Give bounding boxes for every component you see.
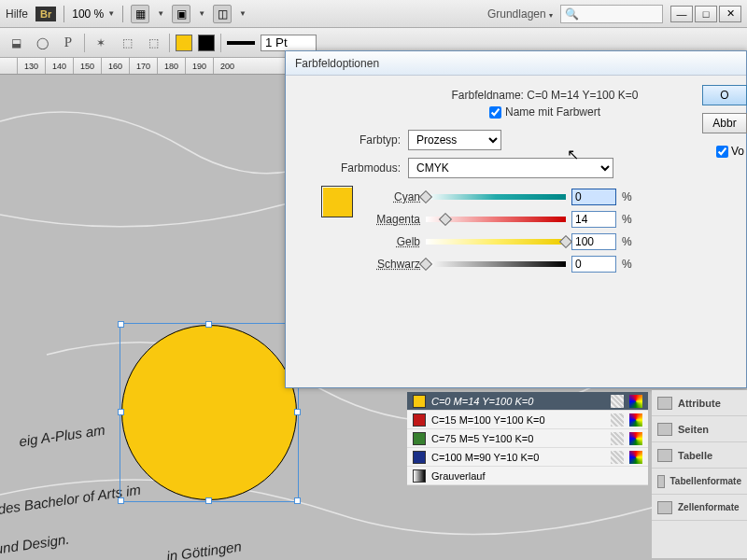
bridge-badge[interactable]: Br: [35, 7, 56, 21]
dialog-titlebar[interactable]: Farbfeldoptionen: [286, 51, 746, 76]
table-styles-icon: [657, 475, 665, 488]
black-label: Schwarz: [362, 258, 420, 271]
color-type-dropdown[interactable]: Prozess: [408, 130, 501, 150]
zoom-level[interactable]: 100 % ▼: [72, 7, 115, 21]
handle-bl[interactable]: [118, 497, 124, 504]
handle-tl[interactable]: [118, 321, 124, 328]
panel-tabellenformate[interactable]: Tabellenformate: [652, 469, 747, 495]
swatch-color-icon: [413, 413, 426, 427]
name-with-value-checkbox[interactable]: [489, 106, 501, 119]
swatch-indicator-icon: [611, 413, 624, 427]
color-mode-label: Farbmodus:: [312, 161, 401, 175]
swatch-mode-icon: [629, 432, 642, 445]
swatch-mode-icon: [629, 395, 642, 408]
search-input[interactable]: 🔍: [560, 5, 663, 23]
swatch-color-icon: [413, 432, 426, 445]
minimize-button[interactable]: —: [670, 6, 693, 22]
maximize-button[interactable]: □: [695, 6, 717, 22]
swatch-row[interactable]: C=15 M=100 Y=100 K=0: [407, 411, 648, 429]
cyan-slider[interactable]: [426, 192, 566, 202]
panel-tabelle[interactable]: Tabelle: [652, 442, 747, 469]
panel-seiten[interactable]: Seiten: [652, 416, 747, 442]
yellow-slider[interactable]: [426, 237, 566, 246]
swatch-mode-icon: [629, 451, 642, 464]
view-option-1-icon[interactable]: ▦: [131, 5, 149, 23]
pages-icon: [657, 423, 672, 436]
swatch-row[interactable]: C=100 M=90 Y=10 K=0: [407, 448, 648, 467]
view-option-2-icon[interactable]: ▣: [172, 5, 190, 23]
top-menu-bar: Hilfe Br 100 % ▼ ▦▼ ▣▼ ◫▼ Grundlagen ▾ 🔍…: [0, 0, 747, 28]
cyan-label: Cyan: [362, 190, 420, 203]
tool-icon-2[interactable]: ◯: [32, 33, 52, 53]
stroke-swatch[interactable]: [198, 35, 215, 51]
swatch-color-icon: [413, 451, 426, 464]
black-input[interactable]: [571, 256, 616, 273]
handle-ml[interactable]: [118, 409, 124, 415]
swatch-name-row: Farbfeldname: C=0 M=14 Y=100 K=0: [357, 89, 733, 102]
swatches-panel: C=0 M=14 Y=100 K=0 C=15 M=100 Y=100 K=0 …: [407, 392, 648, 485]
handle-br[interactable]: [294, 497, 301, 504]
swatch-indicator-icon: [611, 395, 624, 408]
yellow-label: Gelb: [362, 235, 420, 248]
color-preview-swatch: [321, 186, 353, 217]
swatch-row-gradient[interactable]: Grauverlauf: [407, 467, 648, 485]
cell-styles-icon: [657, 501, 672, 514]
help-menu[interactable]: Hilfe: [6, 7, 28, 21]
view-option-3-icon[interactable]: ◫: [213, 5, 232, 23]
swatch-row[interactable]: C=0 M=14 Y=100 K=0: [407, 392, 648, 411]
color-type-label: Farbtyp:: [312, 133, 401, 147]
cancel-button[interactable]: Abbr: [702, 113, 747, 133]
preview-label: Vo: [731, 145, 744, 158]
black-slider[interactable]: [426, 259, 566, 269]
fill-swatch[interactable]: [176, 35, 192, 51]
attribute-icon: [657, 397, 672, 410]
ok-button[interactable]: O: [702, 85, 747, 105]
magenta-label: Magenta: [362, 213, 420, 226]
window-controls: — □ ✕: [670, 6, 741, 22]
yellow-input[interactable]: [571, 233, 616, 250]
magenta-input[interactable]: [571, 211, 616, 228]
tool-icon-5[interactable]: ⬚: [143, 33, 163, 53]
workspace-dropdown[interactable]: Grundlagen ▾: [487, 7, 553, 21]
stroke-weight-input[interactable]: [261, 35, 317, 51]
selected-circle-object[interactable]: [121, 325, 297, 500]
tool-icon-3[interactable]: ✶: [91, 33, 111, 53]
right-panels: Attribute Seiten Tabelle Tabellenformate…: [652, 390, 747, 558]
panel-zellenformate[interactable]: Zellenformate: [652, 495, 747, 521]
panel-attribute[interactable]: Attribute: [652, 390, 747, 416]
handle-mr[interactable]: [294, 409, 301, 415]
tool-icon-4[interactable]: ⬚: [117, 33, 137, 53]
cyan-input[interactable]: [571, 189, 616, 205]
color-mode-dropdown[interactable]: CMYK: [408, 158, 613, 178]
magenta-slider[interactable]: [426, 215, 566, 224]
table-icon: [657, 449, 672, 462]
handle-tm[interactable]: [205, 321, 212, 328]
gradient-swatch-icon: [413, 469, 426, 483]
close-button[interactable]: ✕: [719, 6, 741, 22]
preview-checkbox[interactable]: [716, 146, 728, 158]
handle-bm[interactable]: [205, 497, 212, 504]
name-with-value-label: Name mit Farbwert: [505, 105, 600, 119]
tool-icon-1[interactable]: ⬓: [6, 33, 26, 53]
stroke-preview: [227, 41, 255, 45]
swatch-color-icon: [413, 395, 426, 408]
swatch-options-dialog: Farbfeldoptionen Farbfeldname: C=0 M=14 …: [285, 50, 747, 388]
swatch-row[interactable]: C=75 M=5 Y=100 K=0: [407, 429, 648, 448]
swatch-indicator-icon: [611, 432, 624, 445]
swatch-mode-icon: [629, 413, 642, 427]
type-tool-icon[interactable]: P: [58, 33, 78, 53]
circle-shape[interactable]: [121, 325, 297, 500]
swatch-indicator-icon: [611, 451, 624, 464]
